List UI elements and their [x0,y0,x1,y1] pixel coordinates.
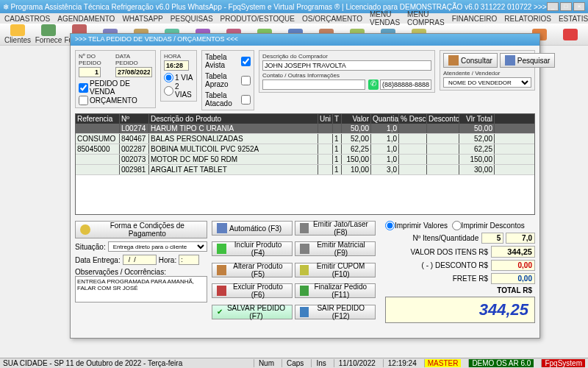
delete-icon [217,286,226,296]
buyer-input[interactable] [262,60,431,71]
data-entrega-label: Data Entrega: [75,256,121,264]
exit-icon [563,29,578,40]
person-icon [10,24,25,36]
menu-whatsapp[interactable]: WHATSAPP [122,15,162,23]
frete-label: FRETE R$ [385,275,488,283]
salvar-button[interactable]: ✔SALVAR PEDIDO (F7) [212,305,293,319]
incluir-button[interactable]: Incluir Produto (F4) [212,241,293,256]
printer2-icon [300,244,309,254]
table-row[interactable]: L00274HARUM TIPO C URANIA50,001,050,00 [76,124,534,134]
matricial-button[interactable]: Emitir Matricial (F9) [295,241,376,256]
menu-estatistica[interactable]: ESTATISTICA [559,15,588,23]
order-date-input[interactable] [115,67,152,77]
printer-icon [300,223,309,233]
tabela-atacado-checkbox[interactable] [241,95,251,105]
data-entrega-input[interactable] [123,255,157,265]
table-row[interactable]: 85045000002287BOBINA MULTICOIL PVC 9252A… [76,144,534,155]
grid-header: ReferenciaNºDescrição do ProdutoUniTValo… [76,114,534,124]
window-title: Programa Assistência Técnica Refrigeraçã… [11,3,547,11]
phone-input[interactable] [380,79,431,90]
imprimir-valores-radio[interactable] [385,221,395,230]
attendant-select[interactable]: NOME DO VENDEDOR [443,77,531,88]
tool-exit[interactable] [556,29,585,40]
menu-agendamento[interactable]: AGENDAMENTO [57,15,115,23]
check-icon [300,286,309,296]
tool-fornece[interactable]: Fornece [34,24,63,44]
menu-os[interactable]: OS/ORÇAMENTO [302,15,362,23]
vias1-radio[interactable] [164,73,173,82]
status-cidade: SUA CIDADE - SP 11 de Outubro de 2022 - … [3,359,182,367]
close-button[interactable]: × [573,2,585,11]
alterar-button[interactable]: Alterar Produto (F5) [212,263,293,277]
tool-clientes[interactable]: Clientes [3,24,32,44]
order-date-label: DATA PEDIDO [115,53,152,66]
status-caps: Caps [282,359,304,367]
tabela-aprazo-checkbox[interactable] [241,76,251,85]
obs-textarea[interactable]: ENTREGA PROGRAMADA PARA AMANHÃ, FALAR CO… [75,276,207,302]
desc-value: 0,00 [491,260,535,271]
hora-input[interactable] [164,60,189,71]
maximize-button[interactable]: □ [560,2,572,11]
valor-label: VALOR DOS ITENS R$ [385,248,488,256]
plus-icon [217,244,226,254]
valor-value: 344,25 [491,246,535,258]
menu-financeiro[interactable]: FINANCEIRO [452,15,498,23]
situacao-select[interactable]: Entrega direto para o cliente [108,241,207,252]
pedido-venda-checkbox[interactable] [79,83,88,93]
pagamento-button[interactable]: Forma e Condições de Pagamento [75,221,207,238]
contact-input[interactable] [262,79,365,90]
menu-vendas[interactable]: MENU VENDAS [370,10,400,26]
minimize-button[interactable]: _ [547,2,559,11]
coin-icon [80,224,90,235]
table-row[interactable]: 002981ARGALIT AET TABLET110,003,030,00 [76,165,534,175]
menu-produto[interactable]: PRODUTO/ESTOQUE [220,15,295,23]
hora-entrega-input[interactable] [179,255,199,265]
total-label: TOTAL R$ [385,286,532,294]
imprimir-desc-label: Imprimir Descontos [462,222,525,230]
menu-relatorios[interactable]: RELATORIOS [504,15,551,23]
vias2-radio[interactable] [164,86,173,96]
automatico-button[interactable]: Automático (F3) [212,221,293,236]
desc-label: ( - ) DESCONTO R$ [385,261,488,269]
table-row[interactable]: CONSUMO840467BALAS PERSONALIZADAS152,001… [76,134,534,144]
excluir-button[interactable]: Excluir Produto (F6) [212,283,293,298]
tabela-atacado-label: Tabela Atacado [205,91,240,107]
edit-icon [217,265,226,275]
auto-icon [217,223,227,233]
contact-label: Contato / Outras Informações [262,72,365,79]
sair-button[interactable]: SAIR PEDIDO (F12) [295,305,376,319]
status-num: Num [254,359,274,367]
cupom-button[interactable]: Emitir CUPOM (F10) [295,263,376,277]
jato-button[interactable]: Emitir Jato/Laser (F8) [295,221,376,236]
imprimir-valores-label: Imprimir Valores [395,222,448,230]
vias2-label: 2 VIAS [175,82,193,99]
qtd-value: 7,0 [506,233,535,244]
whatsapp-icon[interactable]: ✆ [368,79,379,90]
tabela-avista-checkbox[interactable] [241,57,251,66]
orcamento-checkbox[interactable] [79,96,88,105]
buyer-label: Descrição do Comprador [262,53,431,60]
status-demo: DEMO OS AR 6.0 [468,359,534,367]
itens-label: Nº Itens/Quantidade [385,234,478,242]
finalizar-button[interactable]: Finalizar Pedido (F11) [295,283,376,298]
status-time: 12:19:24 [383,359,417,367]
modal-title: >>> TELA PEDIDO DE VENDAS / ORÇAMENTOS <… [71,34,539,46]
order-no-input[interactable] [79,67,101,77]
menu-pesquisas[interactable]: PESQUISAS [171,15,213,23]
menu-compras[interactable]: MENU COMPRAS [407,10,445,26]
products-grid[interactable]: ReferenciaNºDescrição do ProdutoUniTValo… [75,113,535,215]
receipt-icon [300,265,309,275]
consultar-button[interactable]: Consultar [443,53,498,68]
hora-entrega-label: Hora: [159,256,176,264]
pedido-venda-label: PEDIDO DE VENDA [90,79,152,96]
itens-value: 5 [481,233,503,244]
menu-cadastros[interactable]: CADASTROS [4,15,50,23]
order-no-label: Nº DO PEDIDO [79,53,112,66]
table-row[interactable]: 002073MOTOR DC MDF 50 RDM1150,001,0150,0… [76,155,534,165]
status-date: 11/10/2022 [334,359,376,367]
menubar: CADASTROS AGENDAMENTO WHATSAPP PESQUISAS… [0,13,588,24]
imprimir-desc-radio[interactable] [452,221,462,230]
total-value: 344,25 [385,297,535,323]
orcamento-label: ORÇAMENTO [90,96,137,105]
pesquisar-button[interactable]: Pesquisar [500,53,555,68]
